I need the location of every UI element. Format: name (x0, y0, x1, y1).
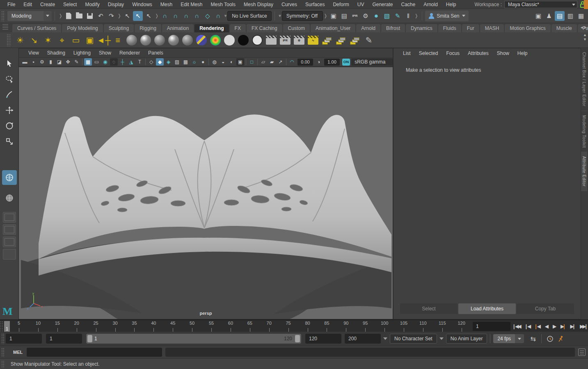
ae-menu-selected[interactable]: Selected (415, 50, 442, 57)
menu-cache[interactable]: Cache (397, 0, 419, 9)
modeling-toolkit-toggle-icon[interactable]: ▣ (533, 11, 543, 21)
chevron-down-icon[interactable] (515, 334, 524, 343)
menu-generate[interactable]: Generate (368, 0, 397, 9)
viewport-menu-view[interactable]: View (25, 49, 43, 57)
command-language-label[interactable]: MEL (13, 350, 23, 355)
ae-menu-help[interactable]: Help (514, 50, 531, 57)
pause-icon[interactable]: ‖ (403, 11, 413, 21)
multisample-icon[interactable]: ◐ (228, 58, 236, 66)
load-attributes-button[interactable]: Load Attributes (458, 303, 516, 314)
playback-end-field[interactable]: 120 (305, 334, 341, 344)
live-surface-field[interactable]: No Live Surface (227, 11, 272, 21)
color-management-toggle[interactable]: ON (342, 59, 350, 66)
redo-button[interactable]: ↷ (106, 11, 116, 21)
script-editor-icon[interactable] (578, 348, 586, 356)
shelf-tab-arnold[interactable]: Arnold (356, 24, 380, 32)
save-scene-button[interactable] (85, 11, 95, 21)
shelf-tab-fx-caching[interactable]: FX Caching (247, 24, 282, 32)
shelf-tab-animation[interactable]: Animation (162, 24, 194, 32)
shelf-tab-custom[interactable]: Custom (283, 24, 310, 32)
viewport-canvas[interactable]: y x z persp (19, 67, 393, 319)
render-layer-visible-icon[interactable] (348, 33, 362, 47)
film-gate-icon[interactable]: ▭ (93, 58, 101, 66)
character-set-select[interactable]: No Character Set (390, 334, 437, 344)
blinn-material-icon[interactable] (139, 33, 153, 47)
section-expander[interactable]: ❭ (324, 13, 327, 18)
menu-create[interactable]: Create (36, 0, 59, 9)
render-settings-icon[interactable]: ⚙ (361, 11, 371, 21)
select-button[interactable]: Select (400, 303, 458, 314)
select-object-icon[interactable]: ↖ (133, 11, 143, 21)
resolution-gate-icon[interactable]: ◉ (101, 58, 109, 66)
render-setup-icon[interactable] (320, 33, 334, 47)
drag-handle[interactable] (1, 360, 5, 368)
select-tool-button[interactable] (2, 56, 17, 71)
tool-settings-toggle-icon[interactable]: ▥ (565, 11, 575, 21)
ae-menu-show[interactable]: Show (493, 50, 513, 57)
fps-select[interactable]: 24 fps (493, 334, 515, 343)
select-component-icon[interactable]: ↖ (144, 11, 153, 21)
drag-handle[interactable] (1, 333, 5, 344)
channel-box-toggle-icon[interactable]: ▦ (576, 11, 586, 21)
section-expander[interactable]: ▾ (224, 13, 227, 18)
shelf-tab-animation-user[interactable]: Animation_User (311, 24, 355, 32)
menu-select[interactable]: Select (59, 0, 81, 9)
xray-icon[interactable]: ▱ (259, 58, 267, 66)
motion-blur-icon[interactable]: ◒ (219, 58, 227, 66)
menu-mesh-tools[interactable]: Mesh Tools (207, 0, 240, 9)
ae-menu-focus[interactable]: Focus (442, 50, 463, 57)
layout-four-pane-button[interactable] (3, 224, 16, 235)
viewport-menu-shading[interactable]: Shading (43, 49, 69, 57)
menu-help[interactable]: Help (442, 0, 460, 9)
camera-attributes-icon[interactable]: ⚙ (38, 58, 46, 66)
select-hierarchy-icon[interactable]: ↖ (122, 11, 132, 21)
play-backwards-button[interactable]: ◀ (545, 323, 548, 330)
directional-light-icon[interactable]: ↘ (27, 33, 41, 47)
shelf-down-icon[interactable]: ▼ (583, 38, 587, 41)
set-time-icon[interactable] (545, 334, 555, 344)
layout-single-pane-button[interactable] (3, 212, 16, 223)
shadows-icon[interactable]: ● (199, 58, 207, 66)
snap-to-grid-icon[interactable]: ∩ (160, 11, 170, 21)
outliner-button[interactable] (3, 249, 16, 260)
wireframe-on-shaded-icon[interactable]: ◈ (165, 58, 172, 66)
use-background-icon[interactable] (236, 33, 250, 47)
snap-to-projected-center-icon[interactable]: ∩ (192, 11, 202, 21)
select-object-icon[interactable]: □ (248, 58, 256, 66)
gamma-icon[interactable]: ◑ (315, 58, 323, 66)
pan-zoom-icon[interactable]: ✥ (64, 58, 72, 66)
shelf-tab-curves-surfaces[interactable]: Curves / Surfaces (12, 24, 61, 32)
shelf-tab-dynamics[interactable]: Dynamics (406, 24, 437, 32)
menu-uv[interactable]: UV (353, 0, 368, 9)
make-live-icon[interactable]: ∩ (213, 11, 223, 21)
spot-light-icon[interactable]: ✶ (41, 33, 55, 47)
animation-end-field[interactable]: 200 (345, 334, 381, 344)
ae-menu-attributes[interactable]: Attributes (464, 50, 492, 57)
lambert-material-icon[interactable] (153, 33, 167, 47)
spot-light-aim-icon[interactable]: ⌖ (55, 33, 69, 47)
section-expander[interactable]: ❭ (414, 13, 418, 18)
symmetry-field[interactable]: Symmetry: Off (282, 11, 323, 21)
area-light-icon[interactable]: ▭ (69, 33, 83, 47)
safe-action-icon[interactable]: ◮ (127, 58, 135, 66)
standard-surface-icon[interactable] (125, 33, 139, 47)
menu-edit-mesh[interactable]: Edit Mesh (176, 0, 206, 9)
user-account-menu[interactable]: Smita Sen (425, 11, 468, 21)
timeline-ticks[interactable]: 5101520253035404550556065707580859095100… (4, 320, 469, 333)
chevron-down-icon[interactable] (383, 337, 387, 340)
lighting-icon[interactable]: ☼ (190, 58, 198, 66)
shelf-scroll-left-icon[interactable]: ◂ (581, 25, 583, 30)
viewport-menu-panels[interactable]: Panels (144, 49, 167, 57)
ipr-render-icon[interactable]: IPR (350, 11, 360, 21)
go-to-start-button[interactable]: |◀◀ (513, 323, 521, 330)
shelf-tab-rendering[interactable]: Rendering (194, 24, 229, 32)
gate-mask-icon[interactable]: ◌ (110, 58, 118, 66)
render-layer-disable-icon[interactable] (334, 33, 348, 47)
anim-layer-select[interactable]: No Anim Layer (446, 334, 487, 344)
shelf-tab-mash[interactable]: MASH (480, 24, 504, 32)
textured-icon[interactable]: ▨ (173, 58, 181, 66)
active-tool-button[interactable] (2, 170, 17, 185)
section-expander[interactable]: ▾ (279, 13, 281, 18)
camera-lock-icon[interactable]: ▪ (30, 58, 37, 66)
ae-menu-list[interactable]: List (399, 50, 414, 57)
